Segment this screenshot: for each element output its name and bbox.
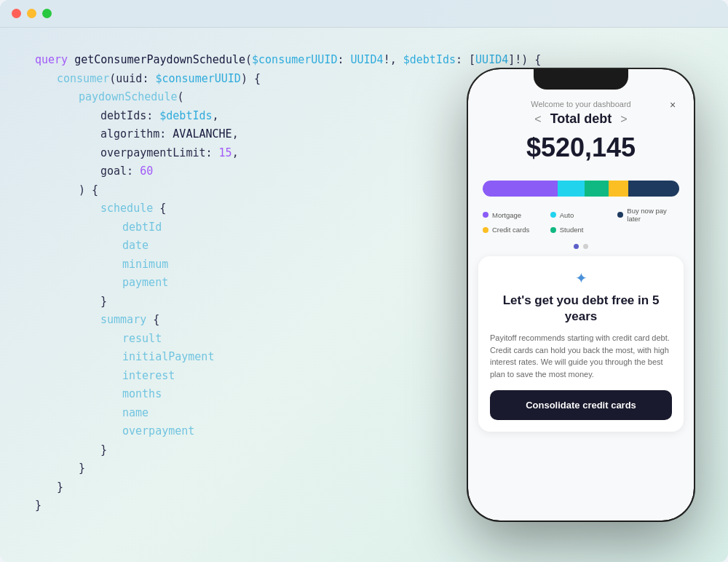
nav-right-arrow[interactable]: > [620, 113, 627, 126]
legend-dot-bnpl [617, 212, 623, 218]
rec-icon: ✦ [490, 269, 672, 287]
dashboard-nav: < Total debt > [483, 111, 679, 127]
phone-content: Welcome to your dashboard < Total debt >… [468, 69, 694, 521]
legend-label-auto: Auto [560, 211, 574, 219]
code-line-3: debtIds: $debtIds, [35, 107, 364, 126]
phone-screen: × Welcome to your dashboard < Total debt… [468, 69, 694, 521]
content-area: query getConsumerPaydownSchedule($consum… [0, 28, 728, 562]
code-line-16: initialPayment [35, 348, 364, 367]
phone-notch [534, 69, 628, 90]
legend-dot-credit [483, 227, 488, 233]
code-line-24: } [35, 496, 364, 515]
debt-bar [483, 181, 679, 197]
code-line-9: debtId [35, 218, 364, 237]
legend-auto: Auto [550, 207, 612, 223]
phone-container: × Welcome to your dashboard < Total debt… [457, 35, 705, 555]
legend-bnpl: Buy now pay later [617, 207, 679, 223]
legend-mortgage: Mortgage [483, 207, 545, 223]
app-window: query getConsumerPaydownSchedule($consum… [0, 0, 728, 562]
legend-dot-mortgage [483, 212, 488, 218]
code-line-1: consumer(uuid: $consumerUUID) { [35, 70, 364, 89]
code-line-23: } [35, 478, 364, 497]
keyword-query: query [35, 53, 74, 66]
code-line-7: ) { [35, 181, 364, 200]
debt-segment-mortgage [483, 181, 558, 197]
close-button[interactable] [12, 9, 21, 18]
code-line-10: date [35, 237, 364, 256]
code-line-2: paydownSchedule( [35, 88, 364, 107]
code-line-22: } [35, 459, 364, 478]
code-line-13: } [35, 293, 364, 312]
code-line-14: summary { [35, 311, 364, 330]
legend-dot-student [550, 227, 556, 233]
legend-label-bnpl: Buy now pay later [627, 207, 679, 223]
legend-label-mortgage: Mortgage [492, 211, 521, 219]
debt-legend: Mortgage Auto Buy now pay later [468, 204, 694, 240]
phone-close-button[interactable]: × [665, 97, 681, 113]
cta-button[interactable]: Consolidate credit cards [490, 390, 672, 420]
debt-segment-bnpl [628, 181, 679, 197]
recommendation-card: ✦ Let's get you debt free in 5 years Pay… [478, 256, 684, 432]
function-name: getConsumerPaydownSchedule [74, 53, 245, 66]
code-line-8: schedule { [35, 199, 364, 218]
code-line-15: result [35, 330, 364, 349]
legend-label-credit: Credit cards [492, 226, 529, 234]
dot-1[interactable] [574, 244, 579, 249]
dots-indicator [468, 244, 694, 249]
code-line-11: minimum [35, 256, 364, 274]
dashboard-title: Total debt [550, 111, 612, 127]
total-debt-amount: $520,145 [483, 132, 679, 163]
code-line-0: query getConsumerPaydownSchedule($consum… [35, 51, 364, 70]
nav-left-arrow[interactable]: < [534, 113, 541, 126]
code-panel: query getConsumerPaydownSchedule($consum… [0, 28, 379, 562]
code-line-5: overpaymentLimit: 15, [35, 144, 364, 163]
code-line-4: algorithm: AVALANCHE, [35, 125, 364, 144]
code-line-18: months [35, 385, 364, 404]
phone-mockup: × Welcome to your dashboard < Total debt… [468, 69, 694, 521]
legend-student: Student [550, 226, 612, 234]
traffic-lights [12, 9, 52, 18]
debt-segment-auto [558, 181, 585, 197]
maximize-button[interactable] [42, 9, 52, 18]
dashboard-subtitle: Welcome to your dashboard [483, 100, 679, 108]
rec-title: Let's get you debt free in 5 years [490, 293, 672, 325]
rec-description: Payitoff recommends starting with credit… [490, 332, 672, 380]
title-bar [0, 0, 728, 28]
code-line-19: name [35, 404, 364, 423]
dashboard-header: Welcome to your dashboard < Total debt >… [468, 91, 694, 173]
code-line-21: } [35, 441, 364, 460]
code-line-6: goal: 60 [35, 162, 364, 181]
legend-label-student: Student [560, 226, 584, 234]
debt-segment-student [585, 181, 608, 197]
legend-credit: Credit cards [483, 226, 545, 234]
code-line-12: payment [35, 274, 364, 293]
code-line-17: interest [35, 367, 364, 386]
code-line-20: overpayment [35, 422, 364, 441]
legend-dot-auto [550, 212, 556, 218]
minimize-button[interactable] [27, 9, 36, 18]
debt-segment-credit [609, 181, 628, 197]
dot-2[interactable] [583, 244, 588, 249]
